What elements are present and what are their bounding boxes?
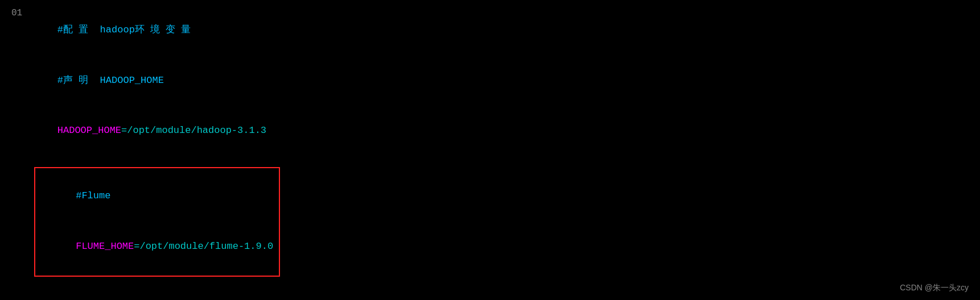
flume-home-varname: FLUME_HOME [76, 241, 134, 252]
code-editor: 01 #配 置 hadoop环 境 变 量 #声 明 HADOOP_HOME H… [0, 0, 980, 300]
flume-home-value: =/opt/module/flume-1.9.0 [134, 241, 273, 252]
flume-block-highlight: #Flume FLUME_HOME=/opt/module/flume-1.9.… [34, 167, 280, 277]
hadoop-home-assignment: HADOOP_HOME=/opt/module/hadoop-3.1.3 [34, 106, 969, 156]
hadoop-home-varname: HADOOP_HOME [57, 125, 121, 136]
flume-home-assignment: FLUME_HOME=/opt/module/flume-1.9.0 [41, 222, 273, 272]
comment-path: #声 明 PATH变 量 在 系 统 原 有 的 PATH变 量 上 [34, 287, 969, 300]
comment-flume: #Flume [41, 172, 273, 221]
hadoop-home-value: =/opt/module/hadoop-3.1.3 [121, 125, 266, 136]
comment-hadoop: #配 置 hadoop环 境 变 量 [34, 6, 969, 55]
watermark: CSDN @朱一头zcy [900, 283, 969, 293]
line-number: 01 [11, 6, 22, 21]
comment-hadoop-home: #声 明 HADOOP_HOME [34, 56, 969, 106]
